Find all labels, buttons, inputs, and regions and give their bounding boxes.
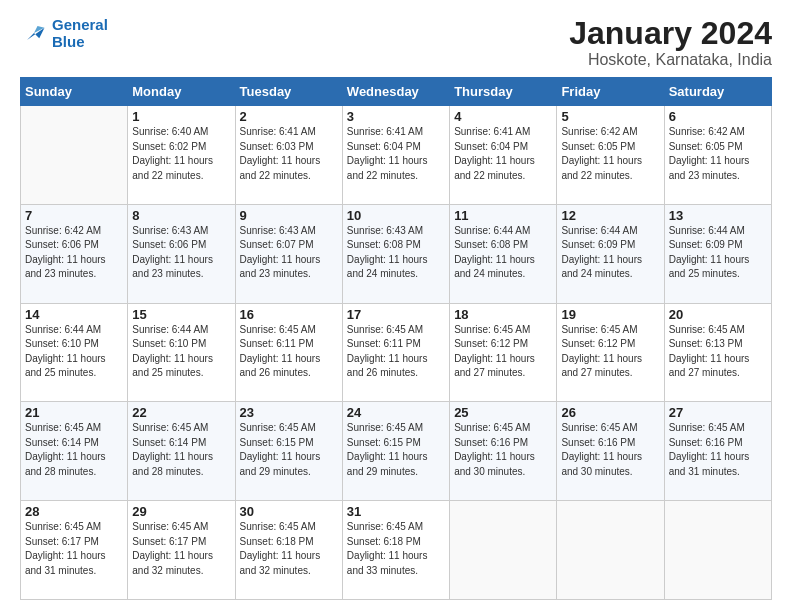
day-number: 27 [669,405,767,420]
day-number: 31 [347,504,445,519]
calendar-cell: 11Sunrise: 6:44 AM Sunset: 6:08 PM Dayli… [450,204,557,303]
calendar-cell: 9Sunrise: 6:43 AM Sunset: 6:07 PM Daylig… [235,204,342,303]
day-detail: Sunrise: 6:40 AM Sunset: 6:02 PM Dayligh… [132,125,230,183]
day-number: 7 [25,208,123,223]
day-number: 6 [669,109,767,124]
day-number: 11 [454,208,552,223]
day-number: 28 [25,504,123,519]
day-number: 1 [132,109,230,124]
day-detail: Sunrise: 6:41 AM Sunset: 6:03 PM Dayligh… [240,125,338,183]
calendar-cell: 31Sunrise: 6:45 AM Sunset: 6:18 PM Dayli… [342,501,449,600]
col-thursday: Thursday [450,78,557,106]
day-number: 15 [132,307,230,322]
day-detail: Sunrise: 6:42 AM Sunset: 6:05 PM Dayligh… [669,125,767,183]
day-number: 26 [561,405,659,420]
col-monday: Monday [128,78,235,106]
logo-icon [20,19,48,47]
day-number: 22 [132,405,230,420]
day-detail: Sunrise: 6:44 AM Sunset: 6:10 PM Dayligh… [25,323,123,381]
calendar-cell: 30Sunrise: 6:45 AM Sunset: 6:18 PM Dayli… [235,501,342,600]
col-tuesday: Tuesday [235,78,342,106]
day-number: 23 [240,405,338,420]
calendar-cell [664,501,771,600]
calendar-cell: 3Sunrise: 6:41 AM Sunset: 6:04 PM Daylig… [342,106,449,205]
calendar-cell: 15Sunrise: 6:44 AM Sunset: 6:10 PM Dayli… [128,303,235,402]
day-number: 17 [347,307,445,322]
day-number: 5 [561,109,659,124]
day-detail: Sunrise: 6:45 AM Sunset: 6:16 PM Dayligh… [669,421,767,479]
calendar-cell: 22Sunrise: 6:45 AM Sunset: 6:14 PM Dayli… [128,402,235,501]
day-detail: Sunrise: 6:45 AM Sunset: 6:18 PM Dayligh… [240,520,338,578]
col-saturday: Saturday [664,78,771,106]
day-number: 20 [669,307,767,322]
day-number: 9 [240,208,338,223]
calendar-cell [21,106,128,205]
day-detail: Sunrise: 6:45 AM Sunset: 6:13 PM Dayligh… [669,323,767,381]
calendar-cell: 13Sunrise: 6:44 AM Sunset: 6:09 PM Dayli… [664,204,771,303]
calendar-cell: 8Sunrise: 6:43 AM Sunset: 6:06 PM Daylig… [128,204,235,303]
calendar-cell: 29Sunrise: 6:45 AM Sunset: 6:17 PM Dayli… [128,501,235,600]
day-detail: Sunrise: 6:45 AM Sunset: 6:15 PM Dayligh… [240,421,338,479]
table-row: 7Sunrise: 6:42 AM Sunset: 6:06 PM Daylig… [21,204,772,303]
day-number: 12 [561,208,659,223]
calendar-table: Sunday Monday Tuesday Wednesday Thursday… [20,77,772,600]
calendar-cell: 5Sunrise: 6:42 AM Sunset: 6:05 PM Daylig… [557,106,664,205]
calendar-subtitle: Hoskote, Karnataka, India [569,51,772,69]
day-detail: Sunrise: 6:45 AM Sunset: 6:16 PM Dayligh… [454,421,552,479]
calendar-cell: 17Sunrise: 6:45 AM Sunset: 6:11 PM Dayli… [342,303,449,402]
col-friday: Friday [557,78,664,106]
calendar-cell: 28Sunrise: 6:45 AM Sunset: 6:17 PM Dayli… [21,501,128,600]
day-number: 14 [25,307,123,322]
header: General Blue January 2024 Hoskote, Karna… [20,16,772,69]
calendar-cell: 20Sunrise: 6:45 AM Sunset: 6:13 PM Dayli… [664,303,771,402]
calendar-cell [450,501,557,600]
day-detail: Sunrise: 6:44 AM Sunset: 6:09 PM Dayligh… [669,224,767,282]
calendar-cell: 18Sunrise: 6:45 AM Sunset: 6:12 PM Dayli… [450,303,557,402]
day-number: 24 [347,405,445,420]
day-number: 19 [561,307,659,322]
day-number: 21 [25,405,123,420]
day-detail: Sunrise: 6:45 AM Sunset: 6:18 PM Dayligh… [347,520,445,578]
day-detail: Sunrise: 6:44 AM Sunset: 6:08 PM Dayligh… [454,224,552,282]
calendar-cell: 1Sunrise: 6:40 AM Sunset: 6:02 PM Daylig… [128,106,235,205]
calendar-cell: 12Sunrise: 6:44 AM Sunset: 6:09 PM Dayli… [557,204,664,303]
day-number: 25 [454,405,552,420]
day-detail: Sunrise: 6:45 AM Sunset: 6:14 PM Dayligh… [132,421,230,479]
day-detail: Sunrise: 6:42 AM Sunset: 6:06 PM Dayligh… [25,224,123,282]
table-row: 21Sunrise: 6:45 AM Sunset: 6:14 PM Dayli… [21,402,772,501]
logo: General Blue [20,16,108,50]
day-detail: Sunrise: 6:45 AM Sunset: 6:14 PM Dayligh… [25,421,123,479]
calendar-cell: 25Sunrise: 6:45 AM Sunset: 6:16 PM Dayli… [450,402,557,501]
day-number: 2 [240,109,338,124]
calendar-cell: 24Sunrise: 6:45 AM Sunset: 6:15 PM Dayli… [342,402,449,501]
day-number: 29 [132,504,230,519]
calendar-cell: 6Sunrise: 6:42 AM Sunset: 6:05 PM Daylig… [664,106,771,205]
calendar-cell: 27Sunrise: 6:45 AM Sunset: 6:16 PM Dayli… [664,402,771,501]
day-detail: Sunrise: 6:45 AM Sunset: 6:17 PM Dayligh… [132,520,230,578]
calendar-cell: 14Sunrise: 6:44 AM Sunset: 6:10 PM Dayli… [21,303,128,402]
calendar-cell: 21Sunrise: 6:45 AM Sunset: 6:14 PM Dayli… [21,402,128,501]
day-number: 10 [347,208,445,223]
day-detail: Sunrise: 6:45 AM Sunset: 6:16 PM Dayligh… [561,421,659,479]
title-block: January 2024 Hoskote, Karnataka, India [569,16,772,69]
day-number: 13 [669,208,767,223]
day-detail: Sunrise: 6:45 AM Sunset: 6:15 PM Dayligh… [347,421,445,479]
calendar-cell: 26Sunrise: 6:45 AM Sunset: 6:16 PM Dayli… [557,402,664,501]
calendar-cell [557,501,664,600]
day-detail: Sunrise: 6:41 AM Sunset: 6:04 PM Dayligh… [454,125,552,183]
logo-text: General Blue [52,16,108,50]
day-detail: Sunrise: 6:45 AM Sunset: 6:11 PM Dayligh… [347,323,445,381]
day-number: 4 [454,109,552,124]
table-row: 14Sunrise: 6:44 AM Sunset: 6:10 PM Dayli… [21,303,772,402]
day-detail: Sunrise: 6:44 AM Sunset: 6:09 PM Dayligh… [561,224,659,282]
day-detail: Sunrise: 6:42 AM Sunset: 6:05 PM Dayligh… [561,125,659,183]
day-number: 16 [240,307,338,322]
calendar-cell: 10Sunrise: 6:43 AM Sunset: 6:08 PM Dayli… [342,204,449,303]
day-detail: Sunrise: 6:43 AM Sunset: 6:07 PM Dayligh… [240,224,338,282]
day-detail: Sunrise: 6:45 AM Sunset: 6:17 PM Dayligh… [25,520,123,578]
calendar-cell: 2Sunrise: 6:41 AM Sunset: 6:03 PM Daylig… [235,106,342,205]
col-sunday: Sunday [21,78,128,106]
calendar-cell: 23Sunrise: 6:45 AM Sunset: 6:15 PM Dayli… [235,402,342,501]
page: General Blue January 2024 Hoskote, Karna… [0,0,792,612]
day-detail: Sunrise: 6:43 AM Sunset: 6:08 PM Dayligh… [347,224,445,282]
